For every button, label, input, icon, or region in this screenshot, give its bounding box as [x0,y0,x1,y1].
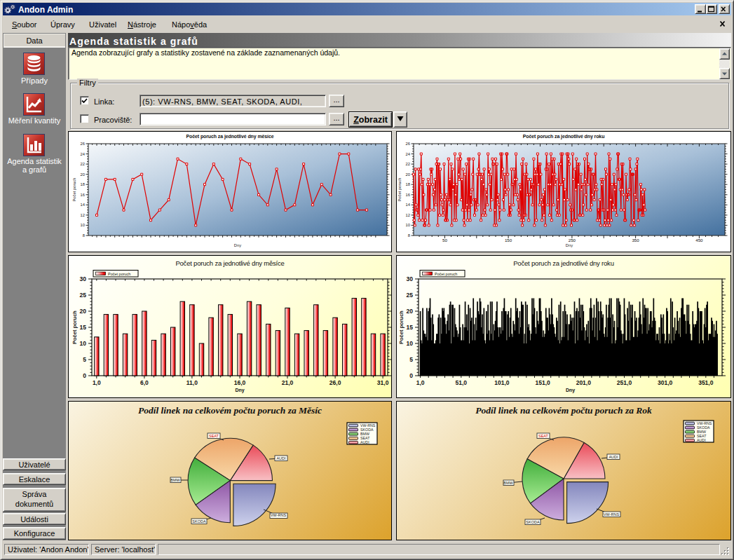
svg-text:6,0: 6,0 [140,379,149,386]
svg-text:351,0: 351,0 [698,379,714,386]
svg-text:18: 18 [81,182,85,186]
svg-text:Dny: Dny [566,388,575,393]
svg-text:SKODA: SKODA [697,425,710,430]
svg-text:21,0: 21,0 [282,379,294,386]
svg-text:SEAT: SEAT [209,434,219,438]
svg-text:VW-RNS: VW-RNS [604,512,620,517]
svg-text:BMW: BMW [503,481,513,485]
svg-text:0: 0 [83,372,86,379]
svg-text:Podíl linek na celkovém počtu: Podíl linek na celkovém počtu poruch za … [138,405,322,416]
svg-text:Počet poruch za jednotlivé dny: Počet poruch za jednotlivé dny měsíce [175,259,284,267]
svg-text:25: 25 [80,292,87,299]
svg-text:AUDI: AUDI [276,456,286,460]
svg-text:BMW: BMW [360,432,369,436]
svg-text:VW-RNS: VW-RNS [271,513,287,517]
svg-text:SKODA: SKODA [526,520,540,524]
svg-text:30: 30 [407,275,414,282]
svg-text:14: 14 [81,203,86,207]
svg-text:15: 15 [407,324,414,331]
svg-text:26: 26 [81,142,85,146]
svg-text:251,0: 251,0 [617,379,632,386]
svg-text:16: 16 [406,193,410,197]
svg-text:16,0: 16,0 [234,379,246,386]
svg-text:1,0: 1,0 [416,379,425,386]
svg-text:0: 0 [409,372,413,379]
svg-text:10: 10 [81,223,85,227]
svg-text:51,0: 51,0 [456,379,468,386]
svg-text:1,0: 1,0 [93,379,101,386]
svg-text:AUDI: AUDI [697,438,706,442]
svg-text:22: 22 [81,162,85,166]
svg-text:20: 20 [406,172,410,177]
svg-text:26,0: 26,0 [329,379,341,386]
svg-text:BMW: BMW [170,478,180,482]
svg-text:5: 5 [409,356,413,363]
svg-text:26: 26 [406,142,410,146]
svg-text:301,0: 301,0 [658,379,673,386]
svg-text:350: 350 [632,238,639,243]
svg-text:8: 8 [83,233,85,238]
svg-text:Dny: Dny [566,243,573,247]
svg-text:101,0: 101,0 [494,379,510,386]
svg-text:20: 20 [80,308,87,315]
svg-text:50: 50 [442,238,447,243]
svg-text:22: 22 [406,162,410,166]
svg-text:SKODA: SKODA [360,428,374,432]
svg-text:24: 24 [81,152,86,156]
svg-text:20: 20 [81,172,85,177]
svg-text:12: 12 [406,213,410,217]
svg-text:11,0: 11,0 [186,379,198,386]
svg-text:150: 150 [505,238,512,243]
svg-text:16: 16 [81,193,85,197]
svg-text:5: 5 [83,356,86,363]
svg-text:15: 15 [80,324,87,331]
svg-text:Počet poruch: Počet poruch [108,272,130,276]
svg-text:8: 8 [408,233,410,238]
svg-text:201,0: 201,0 [576,379,592,386]
svg-text:31,0: 31,0 [377,379,389,386]
svg-text:Podíl linek na celkovém počtu: Podíl linek na celkovém počtu poruch za … [475,405,652,416]
svg-text:20: 20 [407,308,414,315]
svg-text:Počet poruch za jednotlivé dny: Počet poruch za jednotlivé dny měsíce [186,134,273,139]
svg-text:14: 14 [406,203,411,207]
svg-text:10: 10 [407,340,414,347]
svg-text:Počet poruch: Počet poruch [397,177,402,201]
svg-text:30: 30 [80,275,87,282]
svg-text:450: 450 [695,238,703,243]
svg-text:10: 10 [80,340,87,347]
svg-text:12: 12 [81,213,85,217]
svg-text:24: 24 [406,152,411,156]
svg-text:151,0: 151,0 [535,379,550,386]
svg-text:Počet poruch: Počet poruch [72,310,78,344]
svg-text:Počet poruch: Počet poruch [435,272,457,276]
svg-text:Počet poruch za jednotlivé dny: Počet poruch za jednotlivé dny roku [523,134,605,139]
svg-text:SEAT: SEAT [538,434,549,438]
svg-text:250: 250 [569,238,576,243]
svg-text:SKODA: SKODA [192,519,206,524]
svg-text:25: 25 [407,292,414,299]
svg-text:Počet poruch: Počet poruch [398,310,405,344]
svg-text:Dny: Dny [235,388,244,393]
svg-text:10: 10 [406,223,410,227]
svg-text:Počet poruch: Počet poruch [72,177,76,201]
svg-text:Počet poruch za jednotlivé dny: Počet poruch za jednotlivé dny roku [513,259,614,267]
svg-text:SEAT: SEAT [697,434,707,438]
svg-text:AUDI: AUDI [360,440,369,444]
svg-text:Dny: Dny [234,243,241,247]
svg-text:AUDI: AUDI [609,455,618,459]
svg-text:18: 18 [406,182,410,186]
